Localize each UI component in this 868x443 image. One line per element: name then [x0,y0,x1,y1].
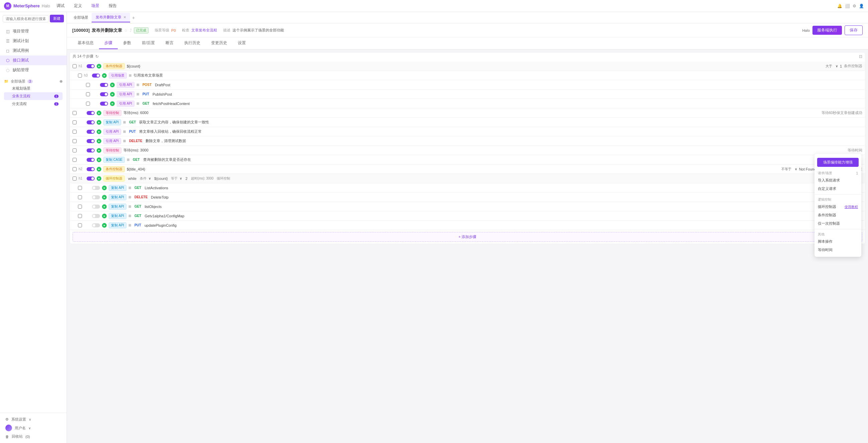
popup-item-custom[interactable]: 自定义请求 [814,185,861,193]
step-checkbox[interactable] [72,177,76,181]
step-checkbox[interactable] [72,120,76,124]
step-play-button[interactable] [97,64,101,68]
toggle-switch[interactable] [87,158,95,162]
popup-item-wait[interactable]: 等待时间 [814,246,861,254]
nav-debug[interactable]: 调试 [55,2,66,9]
step-play-button[interactable] [97,120,101,125]
step-checkbox[interactable] [78,186,82,190]
toggle-switch[interactable] [87,130,95,134]
toggle-switch[interactable] [92,195,100,199]
toggle-switch[interactable] [87,139,95,143]
popup-item-script[interactable]: 脚本操作 [814,238,861,246]
tab-add-button[interactable]: + [131,14,136,22]
add-step-button[interactable]: + 添加步骤 [72,232,862,242]
nav-define[interactable]: 定义 [72,2,83,9]
step-checkbox[interactable] [72,158,76,162]
tab-basic-info[interactable]: 基本信息 [72,37,99,49]
user-icon[interactable]: 👤 [859,4,864,8]
app-logo[interactable]: M MeterSphere Halo [4,2,50,10]
share-icon[interactable]: ⤴ [130,28,132,33]
step-checkbox[interactable] [78,214,82,218]
tutorial-link[interactable]: 使用教程 [845,204,858,209]
toggle-switch[interactable] [92,223,100,227]
step-checkbox[interactable] [72,139,76,143]
tab-all-scenarios[interactable]: 全部场景 [71,14,91,22]
settings-item[interactable]: ⚙ 系统设置 ∨ [4,416,63,423]
tab-assertions[interactable]: 断言 [160,37,179,49]
window-icon[interactable]: ⬜ [845,4,850,8]
toggle-switch[interactable] [92,73,100,77]
tab-close-icon[interactable]: ✕ [123,15,126,19]
step-checkbox[interactable] [86,102,90,106]
popup-item-loop[interactable]: 循环控制器 使用教程 [814,202,861,211]
user-item[interactable]: 用户名 ∨ [4,423,63,433]
save-button[interactable]: 保存 [845,25,863,35]
settings-icon[interactable]: ⚙ [852,4,856,8]
toggle-switch[interactable] [87,111,95,115]
step-play-button[interactable] [97,157,101,162]
toggle-switch[interactable] [100,102,108,106]
step-play-button[interactable] [102,223,107,228]
step-checkbox[interactable] [86,92,90,96]
step-checkbox[interactable] [78,223,82,227]
step-play-button[interactable] [102,204,107,209]
tab-history[interactable]: 执行历史 [179,37,206,49]
step-checkbox[interactable] [72,167,76,171]
folder-branch[interactable]: 分支流程 1 [4,100,63,108]
section-header[interactable]: 📁 全部场景 3 ⊕ [4,79,63,84]
step-checkbox[interactable] [72,149,76,153]
toggle-switch[interactable] [87,149,95,153]
toggle-switch[interactable] [87,120,95,124]
tab-settings[interactable]: 设置 [232,37,251,49]
step-play-button[interactable] [97,167,101,171]
step-play-button[interactable] [110,83,115,87]
tab-change-history[interactable]: 变更历史 [206,37,232,49]
step-checkbox[interactable] [86,83,90,87]
popup-item-import[interactable]: 导入系统请求 [814,176,861,185]
step-checkbox[interactable] [78,195,82,199]
step-play-button[interactable] [97,148,101,153]
star-icon[interactable]: ☆ [124,28,128,33]
step-play-button[interactable] [102,186,107,190]
step-play-button[interactable] [97,111,101,115]
bell-icon[interactable]: 🔔 [837,4,842,8]
tab-publish-delete[interactable]: 发布并删除文章 ✕ [92,13,130,22]
recycle-item[interactable]: 🗑 回收站 (0) [4,433,63,440]
nav-scenario[interactable]: 场景 [90,2,101,9]
sidebar-item-api[interactable]: ⬡ 接口测试 [0,56,67,65]
step-checkbox[interactable] [78,73,82,77]
execute-button[interactable]: 服务端执行 [812,26,842,35]
step-play-button[interactable] [97,176,101,181]
popup-item-once[interactable]: 仅一次控制器 [814,219,861,228]
sidebar-item-bug[interactable]: ◌ 缺陷管理 [0,65,67,75]
step-play-button[interactable] [97,139,101,144]
step-checkbox[interactable] [78,204,82,209]
step-checkbox[interactable] [72,130,76,134]
toggle-switch[interactable] [100,92,108,96]
popup-item-condition[interactable]: 条件控制器 [814,211,861,219]
toggle-switch[interactable] [87,167,95,171]
toggle-switch[interactable] [92,204,100,209]
step-checkbox[interactable] [72,111,76,115]
tab-params[interactable]: 参数 [118,37,136,49]
toggle-switch[interactable] [87,64,95,68]
step-checkbox[interactable] [72,64,76,68]
step-play-button[interactable] [102,73,107,78]
new-button[interactable]: 新建 [50,15,64,22]
toggle-switch[interactable] [100,83,108,87]
sidebar-item-case[interactable]: ◻ 测试用例 [0,46,67,56]
toggle-switch[interactable] [92,186,100,190]
step-play-button[interactable] [102,195,107,199]
step-play-button[interactable] [102,214,107,218]
folder-main[interactable]: 业务主流程 1 [4,92,63,100]
toggle-switch[interactable] [87,177,95,181]
sidebar-item-plan[interactable]: ☰ 测试计划 [0,36,67,46]
sidebar-item-project[interactable]: ◫ 项目管理 [0,26,67,36]
nav-report[interactable]: 报告 [107,2,118,9]
refresh-icon[interactable]: ↻ [95,54,99,59]
step-play-button[interactable] [110,92,115,97]
tab-pre-post[interactable]: 前/后置 [136,37,160,49]
step-play-button[interactable] [110,101,115,106]
collapse-icon[interactable]: ⊡ [859,54,862,59]
toggle-switch[interactable] [92,214,100,218]
